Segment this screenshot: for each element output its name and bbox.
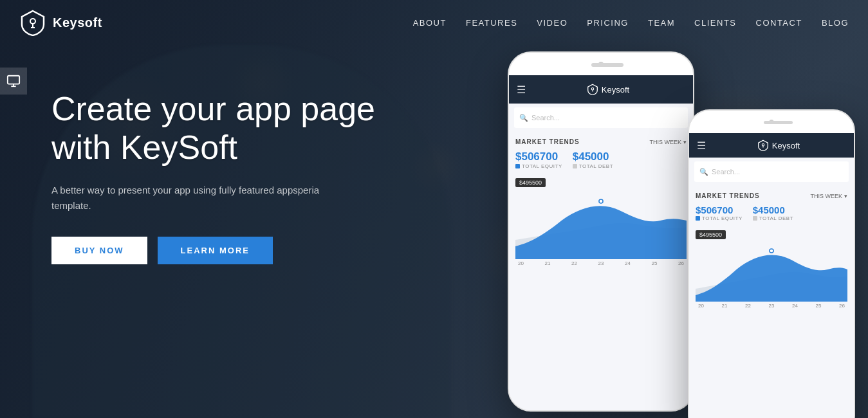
phone-topbar: ☰ Keysoft (509, 75, 693, 104)
phone-second-search: 🔍 Search... (694, 161, 849, 182)
chart-labels-2: 20 21 22 23 24 25 26 (696, 302, 847, 309)
nav-links: ABOUT FEATURES VIDEO PRICING TEAM CLIENT… (413, 17, 849, 28)
nav-features[interactable]: FEATURES (466, 18, 517, 28)
debt-label: TOTAL DEBT (573, 163, 613, 169)
stat-equity: $506700 TOTAL EQUITY (515, 150, 562, 169)
phone-second-logo-icon (757, 140, 769, 151)
chart-svg-2 (696, 241, 847, 302)
market-filter-2: THIS WEEK ▾ (810, 193, 847, 199)
market-title-2: MARKET TRENDS (696, 192, 760, 199)
equity-value: $506700 (515, 150, 562, 163)
hero-section: Keysoft ABOUT FEATURES VIDEO PRICING TEA… (0, 0, 868, 418)
debt-value: $45000 (573, 150, 613, 163)
phone-second-search-icon: 🔍 (699, 168, 708, 176)
phone-main-screen: ☰ Keysoft 🔍 Search... (509, 75, 693, 410)
chart-svg (515, 188, 687, 259)
phone-logo-area: Keysoft (587, 84, 629, 95)
equity-dot-2 (696, 216, 700, 221)
market-stats-2: $506700 TOTAL EQUITY $45000 TOTAL DEBT (696, 204, 847, 221)
debt-dot-2 (753, 216, 757, 221)
market-filter: THIS WEEK ▾ (649, 139, 687, 145)
market-header: MARKET TRENDS THIS WEEK ▾ (515, 138, 687, 145)
chart-tooltip-wrap-2: $495500 (696, 228, 847, 241)
equity-value-2: $506700 (696, 204, 743, 215)
buy-now-button[interactable]: BUY NOW (51, 237, 147, 264)
monitor-icon (6, 74, 21, 88)
side-widget[interactable] (0, 68, 27, 95)
market-stats: $506700 TOTAL EQUITY $45000 TOTAL DEBT (515, 150, 687, 169)
hamburger-icon: ☰ (517, 84, 526, 96)
chart-labels: 20 21 22 23 24 25 26 (515, 259, 687, 266)
equity-label: TOTAL EQUITY (515, 163, 562, 169)
nav-clients[interactable]: CLIENTS (694, 18, 736, 28)
debt-dot (573, 164, 577, 168)
equity-label-2: TOTAL EQUITY (696, 215, 743, 221)
phone-second-screen: ☰ Keysoft 🔍 Search... (689, 133, 854, 418)
chart-area-2 (696, 241, 847, 302)
learn-more-button[interactable]: LEARN MORE (158, 237, 273, 264)
phone-search-text: Search... (531, 114, 560, 122)
svg-point-6 (591, 87, 593, 89)
hero-buttons: BUY NOW LEARN MORE (51, 237, 405, 264)
svg-point-0 (30, 19, 35, 24)
svg-point-11 (770, 249, 773, 253)
phone-second-logo: Keysoft (757, 140, 800, 151)
stat-debt: $45000 TOTAL DEBT (573, 150, 613, 169)
debt-value-2: $45000 (753, 204, 793, 215)
hero-content: Create your app page with KeySoft A bett… (51, 90, 405, 264)
phone-search-bar: 🔍 Search... (514, 107, 688, 128)
stat-debt-2: $45000 TOTAL DEBT (753, 204, 793, 221)
phone-second-topbar: ☰ Keysoft (689, 133, 854, 158)
phone-body: MARKET TRENDS THIS WEEK ▾ $506700 TOTAL … (509, 132, 693, 273)
hero-title: Create your app page with KeySoft (51, 90, 405, 167)
phone-logo-text: Keysoft (602, 85, 629, 95)
logo-icon (19, 9, 46, 36)
hero-subtitle: A better way to present your app using f… (51, 183, 322, 214)
phones-container: ☰ Keysoft 🔍 Search... (469, 32, 868, 418)
market-title: MARKET TRENDS (515, 138, 580, 145)
nav-video[interactable]: VIDEO (537, 18, 568, 28)
hamburger-icon-2: ☰ (697, 140, 706, 152)
stat-equity-2: $506700 TOTAL EQUITY (696, 204, 743, 221)
nav-pricing[interactable]: PRICING (587, 18, 629, 28)
phone-search-icon: 🔍 (519, 114, 528, 122)
chart-area (515, 188, 687, 259)
chart-tooltip: $495500 (515, 178, 546, 187)
nav-contact[interactable]: CONTACT (756, 18, 802, 28)
nav-about[interactable]: ABOUT (413, 18, 447, 28)
market-header-2: MARKET TRENDS THIS WEEK ▾ (696, 192, 847, 199)
logo-text: Keysoft (53, 15, 102, 30)
phone-second-body: MARKET TRENDS THIS WEEK ▾ $506700 TOTAL … (689, 186, 854, 315)
phone-logo-icon (587, 84, 598, 95)
navbar: Keysoft ABOUT FEATURES VIDEO PRICING TEA… (0, 0, 868, 45)
phone-second: ☰ Keysoft 🔍 Search... (688, 109, 855, 418)
chart-tooltip-2: $495500 (696, 230, 726, 239)
phone-second-logo-text: Keysoft (772, 141, 800, 150)
svg-rect-3 (8, 76, 19, 84)
chart-tooltip-wrap: $495500 (515, 176, 687, 188)
nav-team[interactable]: TEAM (648, 18, 675, 28)
nav-blog[interactable]: BLOG (822, 18, 849, 28)
phone-second-search-text: Search... (712, 168, 740, 176)
svg-point-8 (599, 199, 603, 203)
svg-point-9 (762, 143, 764, 145)
equity-dot (515, 164, 520, 168)
phone-main: ☰ Keysoft 🔍 Search... (508, 51, 694, 412)
logo-link[interactable]: Keysoft (19, 9, 102, 36)
debt-label-2: TOTAL DEBT (753, 215, 793, 221)
